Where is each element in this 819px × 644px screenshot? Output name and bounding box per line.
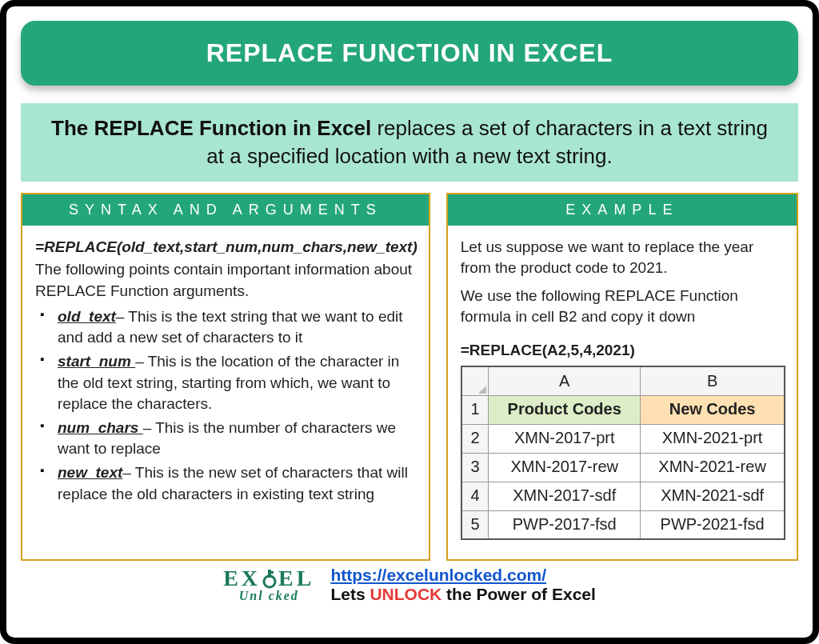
arguments-intro: The following points contain important i… (35, 259, 417, 301)
header-a: Product Codes (489, 395, 641, 424)
tagline-unlock: UNLOCK (370, 585, 441, 603)
example-body: Let us suppose we want to replace the ye… (448, 226, 797, 551)
row-num: 3 (461, 453, 489, 482)
arguments-list: old_text– This is the text string that w… (35, 306, 417, 505)
tagline-post: the Power of Excel (441, 585, 596, 603)
syntax-body: =REPLACE(old_text,start_num,num_chars,ne… (22, 226, 429, 519)
syntax-column: SYNTAX AND ARGUMENTS =REPLACE(old_text,s… (21, 193, 430, 561)
brand-pre: EX (223, 566, 261, 590)
example-p1: Let us suppose we want to replace the ye… (461, 237, 785, 278)
brand-bottom-text: Unl cked (239, 590, 299, 602)
header-b: New Codes (641, 395, 785, 424)
columns-container: SYNTAX AND ARGUMENTS =REPLACE(old_text,s… (21, 193, 798, 561)
key-icon (261, 568, 278, 590)
cell-a: XMN-2017-rew (489, 453, 641, 482)
cell-b: XMN-2021-prt (641, 424, 785, 453)
tagline-pre: Lets (330, 585, 370, 603)
row-num: 1 (461, 395, 489, 424)
table-row: 4 XMN-2017-sdf XMN-2021-sdf (461, 482, 785, 510)
svg-point-0 (264, 576, 275, 587)
site-link[interactable]: https://excelunlocked.com/ (330, 566, 546, 584)
excel-table: A B 1 Product Codes New Codes 2 XMN-2017… (461, 366, 785, 540)
row-num: 4 (461, 482, 489, 510)
argument-name: start_num (58, 353, 135, 370)
page-title: REPLACE FUNCTION IN EXCEL (21, 21, 798, 86)
grid-corner (461, 366, 489, 395)
row-num: 2 (461, 424, 489, 453)
example-column: EXAMPLE Let us suppose we want to replac… (446, 193, 798, 561)
table-row: 5 PWP-2017-fsd PWP-2021-fsd (461, 510, 785, 539)
cell-a: XMN-2017-sdf (489, 482, 641, 510)
example-header: EXAMPLE (448, 194, 797, 226)
brand-top-text: EXEL (223, 568, 314, 590)
syntax-formula: =REPLACE(old_text,start_num,num_chars,ne… (35, 237, 417, 258)
table-row: 3 XMN-2017-rew XMN-2021-rew (461, 453, 785, 482)
example-p2: We use the following REPLACE Function fo… (461, 286, 785, 327)
argument-name: new_text (58, 464, 122, 481)
syntax-header: SYNTAX AND ARGUMENTS (22, 194, 429, 226)
document-frame: REPLACE FUNCTION IN EXCEL The REPLACE Fu… (0, 0, 819, 644)
argument-item: start_num – This is the location of the … (35, 351, 417, 414)
table-row: 2 XMN-2017-prt XMN-2021-prt (461, 424, 785, 453)
description-bar: The REPLACE Function in Excel replaces a… (21, 103, 798, 182)
example-formula: =REPLACE(A2,5,4,2021) (461, 340, 785, 361)
cell-a: XMN-2017-prt (489, 424, 641, 453)
cell-a: PWP-2017-fsd (489, 510, 641, 539)
brand-post: EL (278, 566, 314, 590)
argument-item: new_text– This is the new set of charact… (35, 462, 417, 504)
brand-logo: EXEL Unl cked (223, 568, 314, 602)
svg-rect-2 (268, 571, 274, 574)
tagline: Lets UNLOCK the Power of Excel (330, 585, 595, 604)
cell-b: XMN-2021-sdf (641, 482, 785, 510)
table-header-row: 1 Product Codes New Codes (461, 395, 785, 424)
col-letter-b: B (641, 366, 785, 395)
argument-item: num_chars – This is the number of charac… (35, 418, 417, 459)
description-bold: The REPLACE Function in Excel (51, 116, 371, 140)
row-num: 5 (461, 510, 489, 539)
cell-b: XMN-2021-rew (641, 453, 785, 482)
argument-item: old_text– This is the text string that w… (35, 306, 417, 348)
footer: EXEL Unl cked https://excelunlocked.com/… (21, 566, 798, 604)
table-col-letters-row: A B (461, 366, 785, 395)
footer-right: https://excelunlocked.com/ Lets UNLOCK t… (330, 566, 595, 604)
argument-name: old_text (58, 308, 116, 325)
argument-name: num_chars (58, 419, 143, 436)
cell-b: PWP-2021-fsd (641, 510, 785, 539)
col-letter-a: A (489, 366, 641, 395)
